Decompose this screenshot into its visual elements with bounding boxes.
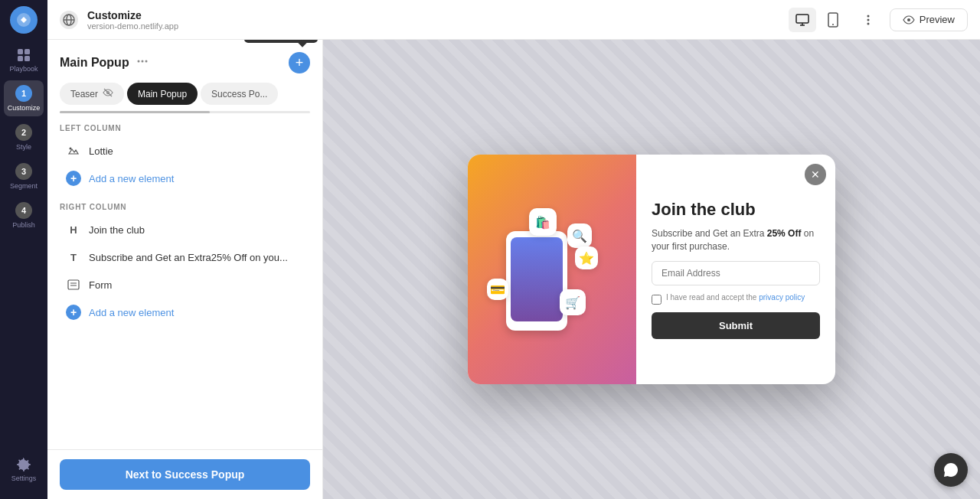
preview-area: ✕ 🛍️ 🔍 ⭐ 🛒 💳 <box>323 40 980 499</box>
teaser-eye-icon <box>103 87 113 100</box>
add-element-right[interactable]: + Add a new element <box>54 298 316 326</box>
more-options-btn[interactable] <box>856 8 880 32</box>
popup-subtext-normal: Subscribe and Get an Extra <box>652 228 767 239</box>
svg-rect-23 <box>68 280 79 289</box>
popup-illustration: 🛍️ 🔍 ⭐ 🛒 💳 <box>483 201 621 338</box>
topbar-title: Customize <box>87 9 178 21</box>
tab-success-popup[interactable]: Success Po... <box>201 83 278 105</box>
add-element-right-label: Add a new element <box>89 307 174 318</box>
sidebar-item-style[interactable]: 2 Style <box>4 119 44 155</box>
popup-modal: ✕ 🛍️ 🔍 ⭐ 🛒 💳 <box>468 155 835 384</box>
heading-icon: H <box>66 222 81 237</box>
sidebar-item-customize[interactable]: 1 Customize <box>4 80 44 116</box>
sidebar-item-publish[interactable]: 4 Publish <box>4 197 44 233</box>
float-icon-2: 🔍 <box>567 223 592 248</box>
preview-label: Preview <box>920 14 955 25</box>
popup-submit-btn[interactable]: Submit <box>652 312 820 339</box>
svg-rect-4 <box>24 56 30 61</box>
form-icon <box>66 277 81 292</box>
popup-close-btn[interactable]: ✕ <box>805 164 826 185</box>
popup-subtext: Subscribe and Get an Extra 25% Off on yo… <box>652 227 820 253</box>
add-element-left[interactable]: + Add a new element <box>54 165 316 192</box>
float-icon-1: 🛍️ <box>529 208 557 236</box>
tab-teaser[interactable]: Teaser <box>60 83 124 105</box>
sidebar-item-playbook-label: Playbook <box>9 65 38 73</box>
svg-point-13 <box>867 15 869 17</box>
preview-button[interactable]: Preview <box>890 8 968 31</box>
policy-checkbox[interactable] <box>652 295 662 305</box>
svg-point-18 <box>141 60 143 63</box>
popup-subtext-bold: 25% Off <box>767 228 802 239</box>
sidebar-item-style-num: 2 <box>15 124 32 141</box>
left-column-label: LEFT COLUMN <box>47 113 322 137</box>
element-row-text[interactable]: T Subscribe and Get an Extra25% Off on y… <box>54 243 316 271</box>
svg-rect-1 <box>18 49 23 54</box>
add-step-btn[interactable]: + <box>289 52 310 73</box>
add-element-left-icon: + <box>66 171 81 186</box>
element-row-lottie[interactable]: Lottie <box>54 137 316 165</box>
svg-point-22 <box>70 148 72 150</box>
popup-form-area: Join the club Subscribe and Get an Extra… <box>636 155 835 384</box>
chat-button[interactable] <box>934 453 968 487</box>
app-logo <box>10 6 38 34</box>
globe-icon <box>60 11 78 29</box>
tab-scrollbar <box>60 111 310 113</box>
popup-heading: Join the club <box>652 200 820 220</box>
float-icon-4: 🛒 <box>560 289 586 315</box>
panel-footer: Next to Success Popup <box>47 449 322 499</box>
phone-body <box>506 231 567 331</box>
sidebar-item-publish-num: 4 <box>15 202 32 219</box>
right-column-label: RIGHT COLUMN <box>47 192 322 216</box>
desktop-device-btn[interactable] <box>789 8 816 32</box>
teaser-tab-label: Teaser <box>70 89 98 99</box>
sidebar-item-settings[interactable]: Settings <box>4 452 44 487</box>
sidebar-item-style-label: Style <box>16 143 31 151</box>
svg-point-15 <box>867 22 869 24</box>
tab-main-popup[interactable]: Main Popup <box>127 83 198 105</box>
sidebar-item-segment-num: 3 <box>15 163 32 180</box>
panel-title: Main Popup <box>60 56 129 70</box>
text-label: Subscribe and Get an Extra25% Off on you… <box>89 252 304 263</box>
topbar-subtitle: version-demo.netlify.app <box>87 21 178 31</box>
mobile-device-btn[interactable] <box>819 8 847 32</box>
sidebar-item-publish-label: Publish <box>12 221 35 229</box>
sidebar: Playbook 1 Customize 2 Style 3 Segment 4… <box>0 0 47 499</box>
lottie-label: Lottie <box>89 145 304 157</box>
add-element-right-icon: + <box>66 305 81 320</box>
sidebar-item-customize-num: 1 <box>15 85 32 102</box>
svg-point-14 <box>867 18 869 21</box>
form-label: Form <box>89 279 304 291</box>
lottie-icon <box>66 143 81 158</box>
svg-rect-2 <box>24 49 30 54</box>
sidebar-item-segment-label: Segment <box>10 182 38 190</box>
add-element-left-label: Add a new element <box>89 173 174 184</box>
svg-point-17 <box>137 60 139 63</box>
main-area: Customize version-demo.netlify.app <box>47 0 980 499</box>
popup-illustration-area: 🛍️ 🔍 ⭐ 🛒 💳 <box>468 155 636 384</box>
sidebar-item-playbook[interactable]: Playbook <box>4 43 44 77</box>
privacy-policy-link[interactable]: privacy policy <box>759 293 805 302</box>
sidebar-item-settings-label: Settings <box>11 475 37 482</box>
topbar: Customize version-demo.netlify.app <box>47 0 980 40</box>
svg-point-16 <box>907 18 910 21</box>
panel-more-btn[interactable] <box>136 54 149 71</box>
svg-point-12 <box>832 24 834 25</box>
float-icon-3: ⭐ <box>575 246 598 269</box>
popup-policy: I have read and accept the privacy polic… <box>652 293 820 305</box>
element-row-heading[interactable]: H Join the club <box>54 216 316 243</box>
svg-point-19 <box>145 60 147 63</box>
device-toggle <box>789 8 847 32</box>
tab-scrollbar-thumb <box>60 111 210 113</box>
float-icon-5: 💳 <box>487 279 508 300</box>
email-input[interactable] <box>652 261 820 285</box>
close-icon: ✕ <box>811 168 820 181</box>
step-tabs: Teaser Main Popup Success Po... <box>47 73 322 105</box>
next-button[interactable]: Next to Success Popup <box>60 459 310 490</box>
svg-rect-8 <box>796 15 808 23</box>
panel: Main Popup + Add a new step <box>47 40 323 499</box>
text-icon: T <box>66 250 81 265</box>
heading-label: Join the club <box>89 224 304 236</box>
sidebar-item-customize-label: Customize <box>8 104 41 112</box>
element-row-form[interactable]: Form <box>54 271 316 298</box>
sidebar-item-segment[interactable]: 3 Segment <box>4 158 44 194</box>
